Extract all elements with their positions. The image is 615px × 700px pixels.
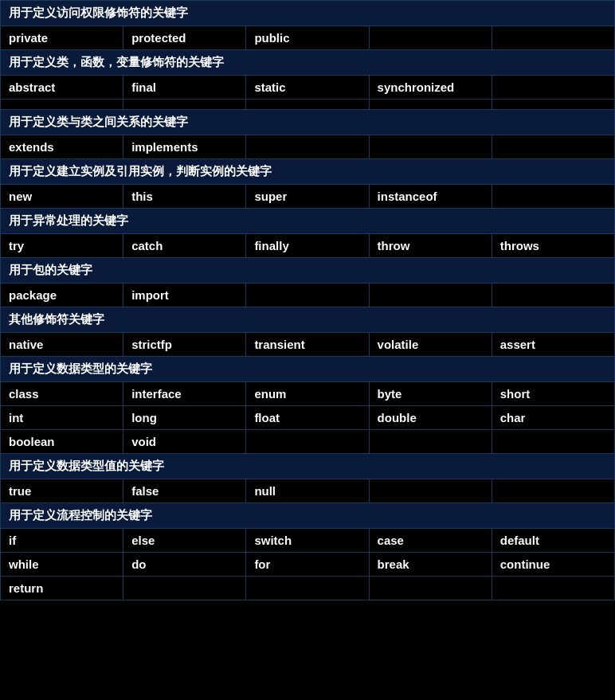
- table-cell: [246, 430, 369, 454]
- table-cell: try: [1, 234, 123, 258]
- table-row: extendsimplements: [1, 135, 615, 159]
- table-cell: continue: [492, 553, 614, 577]
- table-cell: [492, 479, 614, 503]
- table-cell: [123, 100, 246, 110]
- table-cell: char: [492, 406, 614, 430]
- table-row: privateprotectedpublic: [1, 26, 615, 50]
- table-cell: super: [246, 185, 369, 209]
- section-header-cell: 其他修饰符关键字: [1, 307, 615, 333]
- section-header-row: 用于包的关键字: [1, 258, 615, 284]
- table-cell: implements: [123, 135, 246, 159]
- table-cell: [369, 135, 492, 159]
- table-cell: [369, 430, 492, 454]
- table-cell: protected: [123, 26, 246, 50]
- table-cell: [492, 577, 614, 600]
- section-header-row: 用于定义流程控制的关键字: [1, 503, 615, 529]
- section-header-cell: 用于定义类与类之间关系的关键字: [1, 110, 615, 135]
- table-cell: [492, 26, 614, 50]
- section-header-cell: 用于包的关键字: [1, 258, 615, 284]
- table-cell: short: [492, 382, 614, 406]
- table-cell: strictfp: [123, 333, 246, 357]
- table-row: whiledoforbreakcontinue: [1, 553, 615, 577]
- table-cell: final: [123, 76, 246, 100]
- table-cell: [1, 100, 123, 110]
- table-cell: [369, 284, 492, 307]
- table-cell: package: [1, 284, 123, 307]
- table-cell: if: [1, 529, 123, 553]
- table-cell: break: [369, 553, 492, 577]
- section-header-row: 用于定义类，函数，变量修饰符的关键字: [1, 50, 615, 76]
- table-cell: private: [1, 26, 123, 50]
- table-cell: class: [1, 382, 123, 406]
- table-cell: volatile: [369, 333, 492, 357]
- section-header-cell: 用于定义数据类型值的关键字: [1, 454, 615, 479]
- table-cell: [369, 26, 492, 50]
- table-row: truefalsenull: [1, 479, 615, 503]
- table-cell: [369, 479, 492, 503]
- table-cell: extends: [1, 135, 123, 159]
- table-cell: [492, 185, 614, 209]
- table-cell: double: [369, 406, 492, 430]
- table-row: return: [1, 577, 615, 600]
- table-cell: default: [492, 529, 614, 553]
- table-row: trycatchfinallythrowthrows: [1, 234, 615, 258]
- table-cell: [246, 284, 369, 307]
- table-cell: while: [1, 553, 123, 577]
- table-row: nativestrictfptransientvolatileassert: [1, 333, 615, 357]
- table-cell: synchronized: [369, 76, 492, 100]
- table-row: intlongfloatdoublechar: [1, 406, 615, 430]
- table-cell: instanceof: [369, 185, 492, 209]
- table-cell: throws: [492, 234, 614, 258]
- table-cell: [492, 135, 614, 159]
- table-row: newthissuperinstanceof: [1, 185, 615, 209]
- table-cell: [369, 100, 492, 110]
- table-cell: transient: [246, 333, 369, 357]
- table-cell: [492, 100, 614, 110]
- table-cell: void: [123, 430, 246, 454]
- table-cell: catch: [123, 234, 246, 258]
- table-row: booleanvoid: [1, 430, 615, 454]
- table-cell: [492, 76, 614, 100]
- table-cell: int: [1, 406, 123, 430]
- table-row: abstractfinalstaticsynchronized: [1, 76, 615, 100]
- table-row: [1, 100, 615, 110]
- section-header-cell: 用于定义数据类型的关键字: [1, 357, 615, 382]
- table-cell: abstract: [1, 76, 123, 100]
- table-cell: else: [123, 529, 246, 553]
- table-cell: interface: [123, 382, 246, 406]
- section-header-row: 用于异常处理的关键字: [1, 209, 615, 234]
- table-cell: [246, 577, 369, 600]
- table-cell: this: [123, 185, 246, 209]
- table-cell: for: [246, 553, 369, 577]
- table-cell: assert: [492, 333, 614, 357]
- table-cell: enum: [246, 382, 369, 406]
- section-header-row: 用于定义访问权限修饰符的关键字: [1, 1, 615, 26]
- table-row: ifelseswitchcasedefault: [1, 529, 615, 553]
- section-header-row: 用于定义类与类之间关系的关键字: [1, 110, 615, 135]
- table-row: packageimport: [1, 284, 615, 307]
- table-cell: false: [123, 479, 246, 503]
- table-cell: static: [246, 76, 369, 100]
- table-cell: do: [123, 553, 246, 577]
- table-cell: [492, 430, 614, 454]
- table-cell: [246, 100, 369, 110]
- table-cell: return: [1, 577, 123, 600]
- keywords-table: 用于定义访问权限修饰符的关键字privateprotectedpublic用于定…: [0, 0, 615, 600]
- table-cell: import: [123, 284, 246, 307]
- table-cell: new: [1, 185, 123, 209]
- table-cell: throw: [369, 234, 492, 258]
- table-cell: native: [1, 333, 123, 357]
- table-cell: float: [246, 406, 369, 430]
- table-cell: [492, 284, 614, 307]
- table-row: classinterfaceenumbyteshort: [1, 382, 615, 406]
- table-cell: [246, 135, 369, 159]
- section-header-cell: 用于定义类，函数，变量修饰符的关键字: [1, 50, 615, 76]
- section-header-cell: 用于异常处理的关键字: [1, 209, 615, 234]
- section-header-cell: 用于定义建立实例及引用实例，判断实例的关键字: [1, 159, 615, 185]
- section-header-row: 用于定义建立实例及引用实例，判断实例的关键字: [1, 159, 615, 185]
- table-cell: byte: [369, 382, 492, 406]
- table-cell: switch: [246, 529, 369, 553]
- section-header-cell: 用于定义访问权限修饰符的关键字: [1, 1, 615, 26]
- table-cell: [369, 577, 492, 600]
- table-cell: long: [123, 406, 246, 430]
